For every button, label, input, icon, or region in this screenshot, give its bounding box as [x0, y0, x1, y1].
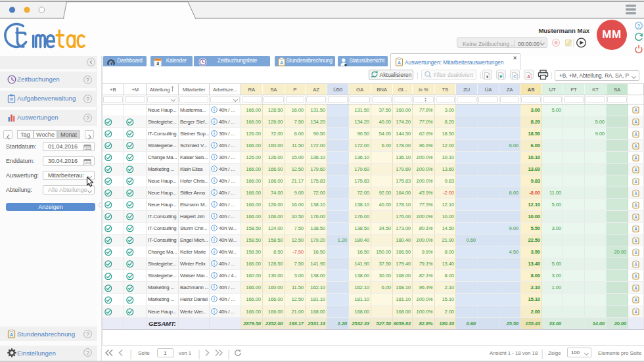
- svg-text:A: A: [634, 120, 637, 125]
- svg-text:A: A: [634, 215, 637, 219]
- svg-text:A: A: [634, 227, 637, 231]
- svg-text:E: E: [499, 74, 503, 79]
- svg-text:?: ?: [86, 350, 89, 356]
- svg-text:C: C: [513, 74, 517, 79]
- svg-text:3: 3: [156, 60, 159, 66]
- svg-text:A: A: [634, 310, 637, 315]
- svg-text:A: A: [634, 179, 637, 184]
- svg-text:?: ?: [86, 114, 89, 121]
- svg-text:A: A: [634, 286, 637, 291]
- svg-text:x: x: [486, 74, 489, 79]
- svg-text:A: A: [634, 168, 637, 172]
- svg-text:A: A: [634, 156, 637, 160]
- svg-text:A: A: [634, 108, 637, 113]
- svg-text:A: A: [10, 332, 13, 337]
- svg-text:A: A: [634, 275, 637, 279]
- svg-text:A: A: [634, 250, 637, 255]
- svg-text:A: A: [279, 60, 283, 65]
- svg-text:A: A: [398, 60, 401, 65]
- svg-text:?: ?: [637, 23, 641, 29]
- svg-text:?: ?: [86, 77, 89, 83]
- svg-text:A: A: [634, 238, 637, 243]
- svg-text:A: A: [527, 74, 530, 79]
- svg-text:?: ?: [86, 95, 89, 102]
- svg-text:A: A: [634, 298, 637, 303]
- svg-text:A: A: [634, 263, 637, 267]
- svg-text:A: A: [634, 203, 637, 208]
- svg-text:A: A: [634, 132, 637, 137]
- svg-text:A: A: [634, 144, 637, 148]
- svg-text:A: A: [634, 191, 637, 196]
- svg-text:?: ?: [86, 330, 89, 337]
